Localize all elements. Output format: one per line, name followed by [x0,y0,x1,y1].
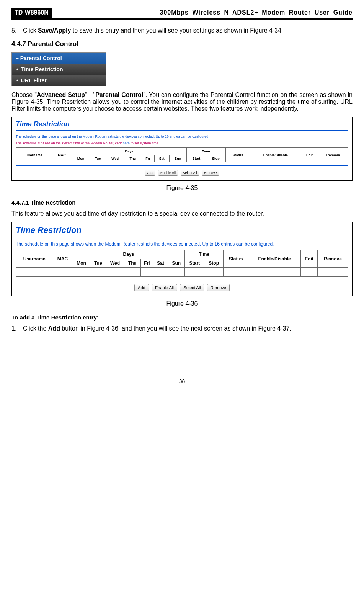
schedule-note: The schedule on this page shows when the… [16,241,348,247]
parental-control-nav: – Parental Control Time Restriction URL … [11,52,106,86]
col-days: Days [72,250,185,259]
col-mac: MAC [52,148,72,162]
intro-paragraph: Choose "Advanced Setup"→"Parental Contro… [11,92,353,112]
system-time-note: The schedule is based on the system time… [16,141,348,145]
col-time: Time [186,148,225,155]
col-status: Status [224,250,248,268]
col-enable: Enable/Disable [250,148,301,162]
step-1: 1. Click the Add button in Figure 4-36, … [11,325,353,332]
schedule-note: The schedule on this page shows when the… [16,134,348,138]
remove-button[interactable]: Remove [207,284,230,291]
col-days: Days [72,148,186,155]
figure-4-35-screenshot: Time Restriction The schedule on this pa… [11,117,353,181]
col-username: Username [16,250,53,268]
here-link[interactable]: here [123,141,130,145]
enable-all-button[interactable]: Enable All [158,170,178,176]
button-row: Add Enable All Select All Remove [16,170,348,176]
col-remove: Remove [318,148,348,162]
remove-button[interactable]: Remove [202,170,219,176]
doc-title: 300Mbps Wireless N ADSL2+ Modem Router U… [55,9,353,16]
col-edit: Edit [301,148,318,162]
time-restriction-title: Time Restriction [16,225,348,235]
time-restriction-table: Username MAC Days Time Status Enable/Dis… [16,250,348,277]
section-447: 4.4.7 Parental Control [11,40,353,48]
col-remove: Remove [318,250,348,268]
col-mac: MAC [53,250,72,268]
time-restriction-table: Username MAC Days Time Status Enable/Dis… [16,147,348,162]
figure-4-36-screenshot: Time Restriction The schedule on this pa… [11,222,353,296]
nav-time-restriction[interactable]: Time Restriction [12,64,106,75]
button-row: Add Enable All Select All Remove [16,284,348,291]
enable-all-button[interactable]: Enable All [152,284,177,291]
nav-url-filter[interactable]: URL Filter [12,75,106,86]
col-status: Status [225,148,250,162]
figure-4-36-caption: Figure 4-36 [11,300,353,307]
figure-4-35-caption: Figure 4-35 [11,185,353,192]
nav-title[interactable]: – Parental Control [12,53,106,64]
page-number: 38 [11,378,353,384]
select-all-button[interactable]: Select All [180,284,204,291]
time-restriction-title: Time Restriction [16,120,348,128]
page-header: TD-W8960N 300Mbps Wireless N ADSL2+ Mode… [11,8,353,20]
step-5: 5. Click Save/Apply to save this entry a… [11,27,353,34]
step-number: 5. [11,27,23,34]
step-number: 1. [11,325,23,332]
add-entry-heading: To add a Time Restriction entry: [11,314,353,321]
section-44711: 4.4.7.1 Time Restriction [11,199,353,206]
col-enable: Enable/Disable [248,250,301,268]
col-time: Time [185,250,224,259]
time-restriction-paragraph: This feature allows you add time of day … [11,210,353,217]
model-badge: TD-W8960N [11,8,52,18]
select-all-button[interactable]: Select All [181,170,199,176]
col-edit: Edit [301,250,318,268]
col-username: Username [16,148,52,162]
add-button[interactable]: Add [134,284,149,291]
step-text: Click the Add button in Figure 4-36, and… [23,325,353,332]
step-text: Click Save/Apply to save this entry and … [23,27,353,34]
add-button[interactable]: Add [145,170,155,176]
